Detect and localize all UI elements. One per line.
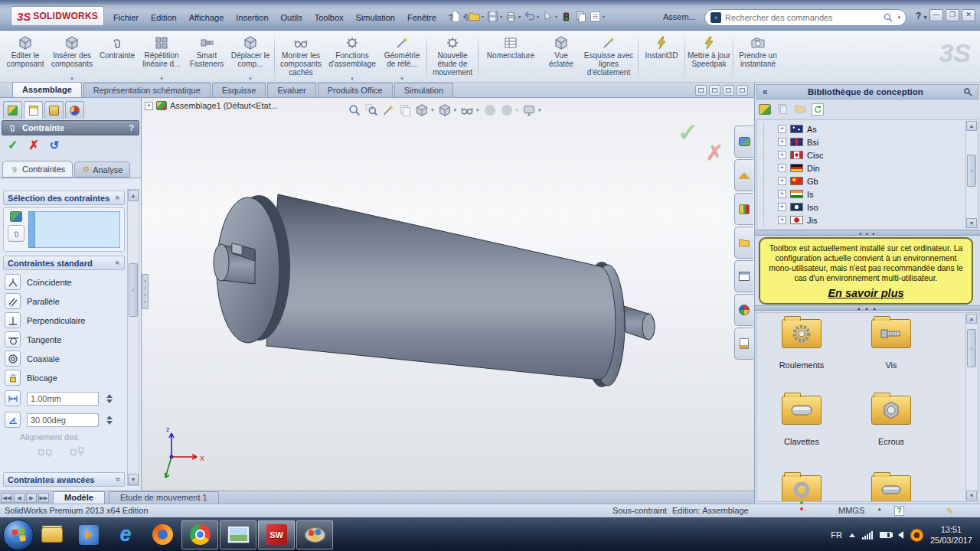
menu-edition[interactable]: Edition bbox=[145, 13, 183, 22]
taskbar-firefox-button[interactable] bbox=[144, 520, 181, 550]
exploded-view-button[interactable]: Vue éclatée bbox=[541, 33, 581, 82]
menu-fichier[interactable]: Fichier bbox=[107, 13, 145, 22]
aligned-icon[interactable] bbox=[37, 445, 54, 460]
expand-icon[interactable]: + bbox=[778, 151, 786, 159]
search-dropdown-icon[interactable]: ▾ bbox=[897, 15, 900, 21]
scrollbar-thumb[interactable]: ≡ bbox=[967, 155, 976, 187]
tab-assemblage[interactable]: Assemblage bbox=[12, 82, 82, 97]
assembly-features-button[interactable]: Fonctions d'assemblage▾ bbox=[325, 33, 379, 82]
create-folder-icon[interactable] bbox=[794, 103, 806, 116]
folder-vis[interactable] bbox=[871, 319, 911, 348]
new-document-icon[interactable] bbox=[449, 9, 463, 24]
save-icon[interactable] bbox=[485, 9, 500, 24]
panel-splitter-handle[interactable]: ‹‹‹‹ bbox=[142, 274, 149, 309]
taskbar-photoviewer-button[interactable] bbox=[220, 520, 256, 549]
graphics-area[interactable]: + Assemblage1 (Défaut<Etat... ▾ ▾ ▾ ▾ ▾ bbox=[142, 98, 754, 491]
take-snapshot-button[interactable]: Prendre un instantané bbox=[735, 33, 781, 82]
add-file-location-icon[interactable] bbox=[776, 103, 789, 116]
options-icon[interactable] bbox=[588, 9, 603, 24]
design-library-tab[interactable] bbox=[734, 193, 753, 225]
help-status-icon[interactable]: ? bbox=[894, 506, 904, 516]
taskbar-explorer-button[interactable] bbox=[34, 520, 70, 550]
mate-button[interactable]: Contrainte bbox=[96, 33, 138, 82]
tab-evaluer[interactable]: Evaluer bbox=[267, 83, 315, 97]
expand-icon[interactable]: + bbox=[778, 203, 786, 211]
search-icon[interactable] bbox=[883, 12, 893, 23]
new-motion-study-button[interactable]: Nouvelle étude de mouvement bbox=[429, 33, 476, 82]
update-speedpak-button[interactable]: Mettre à jour Speedpak bbox=[687, 33, 731, 82]
expand-icon[interactable]: + bbox=[778, 216, 786, 224]
expand-icon[interactable]: + bbox=[778, 164, 786, 172]
expand-icon[interactable]: + bbox=[778, 125, 786, 133]
mate-lock[interactable]: Blocage bbox=[5, 369, 122, 386]
solidworks-resources-tab[interactable] bbox=[734, 126, 753, 158]
close-button[interactable]: ✕ bbox=[962, 9, 975, 21]
expand-icon[interactable]: + bbox=[778, 190, 786, 198]
cancel-button[interactable]: ✗ bbox=[28, 138, 38, 152]
mate-selection-listbox[interactable] bbox=[34, 211, 120, 248]
pane-layout-icon[interactable] bbox=[695, 85, 707, 96]
tray-expand-icon[interactable] bbox=[849, 533, 855, 537]
reference-geometry-button[interactable]: Géométrie de réfé...▾ bbox=[379, 33, 425, 82]
scrollbar-thumb[interactable]: ≡ bbox=[967, 329, 976, 367]
units-arrow-icon[interactable]: ▴ bbox=[878, 506, 881, 512]
home-tab[interactable] bbox=[734, 159, 753, 191]
first-tab-icon[interactable]: ◀◀ bbox=[2, 493, 12, 503]
section-standard-mates[interactable]: Contraintes standard « bbox=[3, 256, 125, 270]
bill-of-materials-button[interactable]: Nomenclature bbox=[480, 33, 541, 82]
file-explorer-tab[interactable] bbox=[734, 227, 753, 259]
tree-item-cisc[interactable]: +Cisc bbox=[763, 148, 978, 161]
view-palette-tab[interactable] bbox=[734, 260, 753, 292]
viewport-cancel-icon[interactable]: ✗ bbox=[706, 141, 724, 165]
viewport-ok-icon[interactable]: ✓ bbox=[678, 118, 698, 147]
scroll-down-icon[interactable]: ▼ bbox=[128, 474, 139, 485]
folder-clavettes[interactable] bbox=[782, 396, 822, 425]
scroll-down-icon[interactable]: ▼ bbox=[966, 218, 977, 228]
units-label[interactable]: MMGS bbox=[838, 506, 864, 515]
tree-item-bsi[interactable]: +Bsi bbox=[763, 135, 978, 148]
tree-item-is[interactable]: +Is bbox=[763, 187, 978, 201]
menu-simulation[interactable]: Simulation bbox=[350, 13, 401, 22]
search-input[interactable] bbox=[725, 13, 879, 22]
panel-help-button[interactable]: ? bbox=[129, 123, 134, 132]
tray-app-icon[interactable] bbox=[910, 529, 923, 542]
taskbar-chrome-button[interactable] bbox=[181, 520, 218, 549]
anti-aligned-icon[interactable] bbox=[69, 445, 86, 460]
displaymanager-tab[interactable] bbox=[65, 101, 84, 119]
tree-item-iso[interactable]: +Iso bbox=[763, 201, 978, 214]
menu-outils[interactable]: Outils bbox=[275, 13, 309, 22]
start-button[interactable] bbox=[3, 520, 34, 550]
tree-item-din[interactable]: +Din bbox=[763, 161, 978, 174]
folder-goupilles[interactable] bbox=[871, 475, 911, 502]
prev-tab-icon[interactable]: ◀ bbox=[14, 493, 24, 503]
minimize-button[interactable]: — bbox=[929, 9, 943, 21]
file-properties-icon[interactable] bbox=[573, 9, 588, 24]
expand-icon[interactable]: + bbox=[778, 138, 786, 146]
print-icon[interactable] bbox=[504, 9, 518, 24]
instant3d-button[interactable]: Instant3D bbox=[640, 33, 683, 82]
pane-split-icon[interactable] bbox=[723, 85, 734, 96]
scroll-down-icon[interactable]: ▼ bbox=[966, 491, 977, 500]
scrollbar-thumb[interactable]: ≡ bbox=[129, 263, 138, 317]
folder-roulements[interactable] bbox=[782, 319, 822, 348]
tab-simulation[interactable]: Simulation bbox=[394, 83, 453, 97]
linear-pattern-button[interactable]: Répétition linéaire d...▾ bbox=[138, 33, 185, 82]
next-tab-icon[interactable]: ▶ bbox=[26, 493, 37, 503]
ok-button[interactable]: ✓ bbox=[8, 138, 18, 152]
smart-fasteners-button[interactable]: Smart Fasteners bbox=[185, 33, 228, 82]
menu-insertion[interactable]: Insertion bbox=[230, 13, 274, 22]
angle-spinner[interactable] bbox=[106, 416, 113, 425]
last-tab-icon[interactable]: ▶▶ bbox=[38, 493, 49, 503]
pane-single-icon[interactable] bbox=[709, 85, 720, 96]
select-icon[interactable] bbox=[541, 9, 555, 24]
volume-icon[interactable] bbox=[898, 531, 903, 539]
taskbar-solidworks-button[interactable]: SW bbox=[258, 520, 295, 549]
menu-fenetre[interactable]: Fenêtre bbox=[401, 13, 443, 22]
tray-language[interactable]: FR bbox=[831, 530, 842, 540]
show-hidden-components-button[interactable]: Montrer les composants cachés bbox=[276, 33, 325, 82]
edit-component-button[interactable]: Editer le composant bbox=[3, 33, 47, 82]
tab-esquisse[interactable]: Esquisse bbox=[212, 83, 266, 97]
move-component-button[interactable]: Déplacer le comp...▾ bbox=[228, 33, 273, 82]
mate-coincident[interactable]: Coïncidente bbox=[5, 273, 122, 291]
tree-item-jis[interactable]: +Jis bbox=[763, 214, 978, 227]
